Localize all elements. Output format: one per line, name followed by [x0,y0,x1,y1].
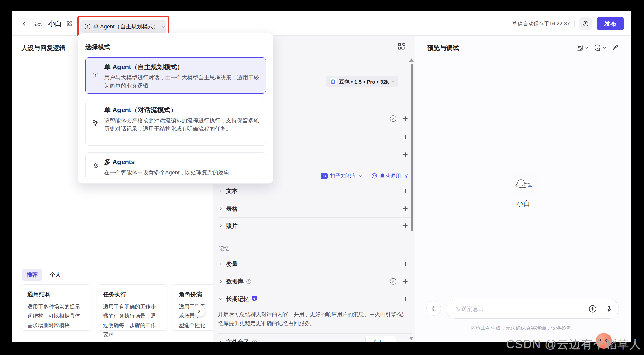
thinking-mode-select[interactable]: ? [594,44,607,52]
svg-text:A: A [392,117,394,121]
message-input[interactable] [455,306,588,312]
chevron-down-icon [391,80,395,84]
mode-option-autonomous[interactable]: 单 Agent（自主规划模式） 用户与大模型进行对话，由一个大模型自主思考决策，… [85,57,266,94]
memory-row-database[interactable]: 数据库 A [213,276,409,287]
divider [218,273,412,273]
mode-menu-title: 选择模式 [85,43,266,51]
chevron-right-icon [219,262,223,266]
mode-select-menu: 选择模式 单 Agent（自主规划模式） 用户与大模型进行对话，由一个大模型自主… [78,33,273,184]
auto-call-icon [371,173,377,179]
auto-badge-icon[interactable]: A [389,115,397,122]
row-label: 文本 [226,187,238,195]
history-button[interactable] [579,17,592,30]
knowledge-settings-row: 扣子知识库 自动调用 [321,171,409,181]
add-icon[interactable] [402,278,409,285]
row-label: 数据库 [226,278,244,285]
back-icon[interactable] [21,20,28,27]
chevron-down-icon [385,340,389,342]
template-card-roleplay[interactable]: 角色扮演 适用于聊天 乐场景， 塑造个性化 [173,284,213,331]
cards-next-button[interactable]: › [193,305,205,317]
memory-section-header: 记忆 [219,245,229,252]
card-title: 角色扮演 [179,291,213,298]
add-icon[interactable] [402,188,409,194]
mode-option-chatflow[interactable]: 单 Agent（对话流模式） 该智能体会严格按照对话流编排的流程进行执行，支持保… [85,100,266,146]
row-label: 照片 [226,222,238,230]
doubao-logo-icon [329,78,337,86]
skill-row-table[interactable]: 表格 [213,203,409,214]
row-label: 长期记忆 [226,295,249,303]
scroll-up-arrow[interactable] [409,58,414,62]
memory-row-filebox[interactable]: 文件盒子 关闭 [213,334,409,342]
scroll-down-arrow[interactable] [409,337,414,340]
gear-icon[interactable] [404,173,409,179]
mode-option-multi-agents[interactable]: 多 Agents 在一个智能体中设置多个Agent，以处理复杂的逻辑。 [85,152,266,180]
add-icon[interactable] [402,261,409,267]
template-card-general[interactable]: 通用结构 适用于多种场景的提示词结构，可以根据具体需求增删对应模块 [21,284,91,331]
chevron-down-icon [219,297,223,301]
filebox-state-select[interactable]: 关闭 [365,336,396,342]
svg-text:?: ? [597,46,598,49]
model-selector[interactable]: 豆包 • 1.5 • Pro • 32k [326,76,398,87]
add-icon[interactable] [402,151,409,158]
filebox-state-value: 关闭 [372,339,383,342]
mic-icon[interactable] [605,306,612,312]
model-label: 豆包 • 1.5 • Pro • 32k [339,78,389,85]
add-icon[interactable] [402,222,409,229]
chevron-right-icon [219,280,223,283]
layers-icon [92,163,99,170]
info-icon[interactable] [246,279,251,284]
template-card-list: 通用结构 适用于多种场景的提示词结构，可以根据具体需求增删对应模块 任务执行 适… [21,284,213,331]
head-question-icon: ? [594,44,601,52]
wrench-icon[interactable] [612,44,618,51]
topbar: 小白 单 Agent（自主规划模式） 草稿自动保存于16:22:37 发布 [12,11,631,36]
edit-icon[interactable] [66,21,72,27]
workflow-icon [92,120,99,127]
autosave-status: 草稿自动保存于16:22:37 [512,20,570,27]
add-icon[interactable] [402,134,409,140]
preview-panel-title: 预览与调试 [427,44,459,52]
option-desc: 用户与大模型进行对话，由一个大模型自主思考决策，适用于较为简单的业务逻辑。 [104,73,259,90]
option-title: 单 Agent（对话流模式） [104,106,259,114]
debug-panel-select[interactable] [576,44,589,52]
clear-chat-button[interactable] [426,301,441,316]
chevron-down-icon [162,25,165,28]
row-label: 变量 [226,260,238,268]
persona-panel-title: 人设与回复逻辑 [21,44,65,52]
memory-row-longterm[interactable]: 长期记忆 [213,293,409,305]
preview-toolbar: ? [576,44,618,52]
add-icon[interactable] [402,115,409,122]
divider [218,200,412,200]
divider [218,217,412,218]
coze-knowledge-icon [321,173,328,179]
skill-row-text[interactable]: 文本 [213,185,409,196]
chevron-right-icon [219,207,223,211]
mode-selector-button[interactable]: 单 Agent（自主规划模式） [80,20,166,33]
tab-recommended[interactable]: 推荐 [22,269,42,281]
scrollbar-thumb[interactable] [411,64,413,231]
divider [218,184,412,184]
memory-row-variables[interactable]: 变量 [213,258,409,269]
row-label: 表格 [226,205,238,213]
premium-badge-icon [252,296,257,302]
chevron-right-icon [219,189,223,193]
knowledge-source-select[interactable]: 扣子知识库 [330,172,356,179]
agent-avatar-small [32,18,44,29]
add-icon[interactable] [402,205,409,212]
card-title: 通用结构 [27,291,85,298]
chevron-down-icon[interactable] [359,174,363,178]
auto-call-label: 自动调用 [380,172,401,179]
tab-personal[interactable]: 个人 [50,271,61,279]
chevron-right-icon [219,224,223,228]
components-icon[interactable] [397,43,405,50]
divider [218,333,412,334]
app-window: 人设与回复逻辑 推荐 个人 通用结构 适用于多种场景的提示词结构，可以根据具体需… [12,11,631,342]
skill-row-photo[interactable]: 照片 [213,220,409,231]
publish-button[interactable]: 发布 [597,17,624,30]
template-card-task[interactable]: 任务执行 适用于有明确的工作步骤的任务执行场景，通过明确每一步骤的工作要求… [97,284,167,331]
longterm-memory-description: 开启后可总结聊天对话的内容，并用于更好的响应用户的消息。由火山引擎-记忆库提供更… [218,310,404,328]
preview-panel: 预览与调试 ? [415,36,631,342]
add-icon[interactable] [402,296,409,302]
auto-badge-icon[interactable]: A [389,278,397,285]
attach-plus-icon[interactable] [588,305,597,313]
info-icon[interactable] [252,340,257,342]
